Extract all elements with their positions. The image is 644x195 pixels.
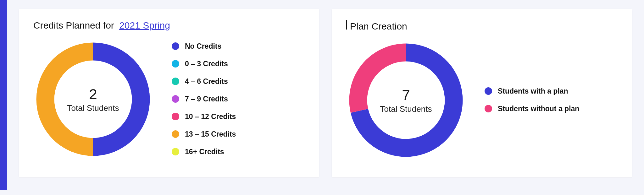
credits-card-title: Credits Planned for 2021 Spring [33, 20, 305, 31]
legend-label: Students without a plan [498, 104, 579, 114]
legend-label: 13 – 15 Credits [185, 130, 236, 139]
legend-label: 4 – 6 Credits [185, 77, 228, 86]
legend-item[interactable]: No Credits [172, 42, 236, 51]
legend-label: No Credits [185, 42, 221, 51]
legend-swatch-icon [172, 42, 179, 50]
left-accent-bar [0, 0, 7, 190]
legend-swatch-icon [172, 78, 179, 85]
donut-slice[interactable] [349, 44, 406, 113]
text-cursor-icon [346, 20, 347, 30]
donut-slice[interactable] [93, 43, 150, 156]
plan-donut-svg [346, 41, 466, 160]
legend-item[interactable]: 10 – 12 Credits [172, 112, 236, 122]
legend-swatch-icon [485, 105, 492, 112]
legend-item[interactable]: 13 – 15 Credits [172, 130, 236, 139]
legend-item[interactable]: Students without a plan [485, 104, 579, 114]
credits-planned-card: Credits Planned for 2021 Spring 2 Total … [19, 9, 319, 177]
term-link[interactable]: 2021 Spring [119, 20, 170, 31]
legend-label: 10 – 12 Credits [185, 112, 236, 122]
legend-swatch-icon [172, 95, 179, 103]
credits-donut-chart: 2 Total Students [33, 40, 153, 159]
legend-swatch-icon [172, 148, 179, 155]
legend-label: Students with a plan [498, 87, 568, 96]
dashboard-content: Credits Planned for 2021 Spring 2 Total … [7, 0, 644, 190]
credits-legend: No Credits0 – 3 Credits4 – 6 Credits7 – … [172, 42, 236, 156]
plan-card-title: Plan Creation [346, 20, 618, 32]
plan-donut-chart: 7 Total Students [346, 41, 466, 160]
legend-swatch-icon [172, 130, 179, 138]
legend-label: 0 – 3 Credits [185, 59, 228, 69]
legend-swatch-icon [172, 113, 179, 120]
plan-creation-card: Plan Creation 7 Total Students Students … [332, 9, 632, 177]
plan-legend: Students with a planStudents without a p… [485, 87, 579, 114]
legend-label: 16+ Credits [185, 147, 224, 157]
plan-title-text: Plan Creation [350, 21, 407, 32]
legend-label: 7 – 9 Credits [185, 95, 228, 104]
credits-donut-svg [33, 40, 153, 159]
credits-title-prefix: Credits Planned for [33, 20, 117, 31]
legend-item[interactable]: 4 – 6 Credits [172, 77, 236, 86]
legend-swatch-icon [172, 60, 179, 68]
legend-swatch-icon [485, 87, 492, 95]
legend-item[interactable]: Students with a plan [485, 87, 579, 96]
legend-item[interactable]: 7 – 9 Credits [172, 95, 236, 104]
legend-item[interactable]: 0 – 3 Credits [172, 59, 236, 69]
donut-slice[interactable] [36, 43, 93, 156]
legend-item[interactable]: 16+ Credits [172, 147, 236, 157]
